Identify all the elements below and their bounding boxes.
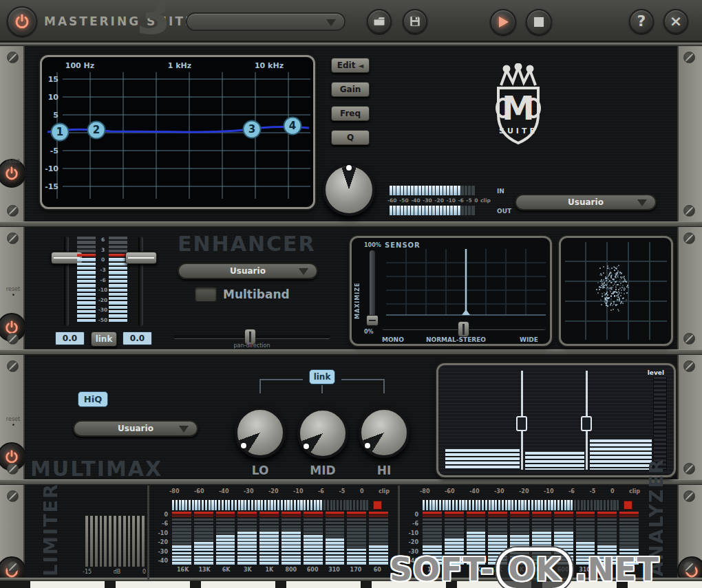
multiband-checkbox[interactable] [195, 287, 217, 302]
goniometer-dot [609, 287, 610, 289]
hiq-button[interactable]: HiQ [78, 391, 108, 407]
limiter-bar [114, 516, 116, 567]
led-segment [346, 500, 348, 510]
spectrum-segment [304, 562, 323, 565]
eq-gain-label: 10 [48, 93, 59, 102]
eq-q-button[interactable]: Q [331, 130, 370, 145]
meter-segment [109, 241, 127, 243]
spectrum-segment [304, 538, 323, 541]
eq-gain-button[interactable]: Gain [331, 82, 370, 97]
spectrum-segment [467, 528, 486, 531]
screw [7, 52, 19, 63]
clip-indicator [373, 501, 382, 510]
spectrum-segment [576, 525, 595, 528]
limiter-bar [109, 516, 111, 567]
spectrum-segment [347, 558, 366, 561]
enhancer-left-value[interactable]: 0.0 [55, 331, 85, 345]
spectrum-segment [237, 542, 257, 545]
meter-segment [109, 306, 127, 309]
play-button[interactable] [490, 9, 516, 35]
spectrum-segment [216, 545, 235, 548]
enhancer-scale-label: 6 [101, 237, 105, 243]
crossover-divider-mid-hi[interactable] [586, 371, 588, 470]
spectrum-segment [369, 515, 388, 518]
maximize-slider-track[interactable] [370, 250, 375, 325]
led-segment [610, 500, 613, 510]
enhancer-link-button[interactable]: link [91, 331, 117, 347]
spectrum-segment [237, 522, 257, 525]
crossover-handle-mid-hi[interactable] [581, 416, 592, 431]
right-analyzer-top-scale: -80-60-40-30-20-10-6-50clip [420, 488, 640, 494]
spectrum-segment [532, 532, 551, 534]
spectrum-segment [194, 549, 213, 552]
eq-handle-3-label: 3 [248, 123, 255, 135]
enhancer-scale-label: -50 [98, 317, 108, 323]
hi-knob[interactable] [359, 407, 410, 458]
eq-preset-dropdown[interactable]: Usuario [515, 194, 657, 210]
meter-segment [77, 319, 96, 322]
reset-text[interactable]: reset [6, 416, 20, 422]
led-segment [581, 500, 583, 510]
led-segment [284, 500, 286, 510]
enhancer-preset-dropdown[interactable]: Usuario [178, 263, 318, 279]
help-button[interactable]: ? [629, 9, 654, 34]
crossover-divider-low-mid[interactable] [521, 371, 523, 470]
spectrum-segment [467, 538, 486, 541]
eq-freq-button[interactable]: Freq [331, 106, 370, 121]
reset-text[interactable]: reset [6, 158, 20, 164]
eq-graph[interactable]: 100 Hz 1 kHz 10 kHz 15 10 5 -5 -10 -15 1… [40, 55, 315, 209]
led-segment [472, 500, 474, 510]
close-button[interactable]: × [663, 9, 688, 34]
save-button[interactable] [403, 9, 427, 34]
enhancer-left-fader-track[interactable] [64, 237, 69, 326]
maximize-slider-handle[interactable] [366, 315, 379, 326]
goniometer-dot [610, 296, 612, 297]
master-power-button[interactable] [7, 6, 37, 36]
meter-scale-label: -10 [446, 197, 456, 204]
stop-button[interactable] [526, 9, 552, 35]
led-segment [317, 500, 319, 510]
crossover-handle-low-mid[interactable] [516, 416, 527, 431]
multimax-link-button[interactable]: link [309, 369, 335, 384]
enhancer-right-fader[interactable] [125, 252, 157, 264]
meter-segment [440, 186, 443, 195]
goniometer-dot [610, 272, 612, 274]
spectrum-segment [347, 528, 366, 531]
rack-separator [0, 349, 702, 355]
mid-knob[interactable] [297, 408, 348, 459]
goniometer-dot [606, 278, 607, 279]
led-segment [330, 500, 332, 510]
meter-scale-label: -30 [423, 197, 432, 204]
hi-band-level-bar [590, 439, 652, 470]
enhancer-scale-label: -30 [98, 307, 108, 313]
reset-text[interactable]: reset [6, 286, 20, 292]
global-preset-dropdown[interactable] [186, 12, 345, 31]
led-segment [436, 500, 438, 510]
spectrum-segment [216, 542, 235, 545]
goniometer-dot [621, 272, 622, 274]
lo-knob[interactable] [235, 407, 286, 458]
goniometer-dot [619, 279, 621, 281]
open-button[interactable] [367, 9, 392, 34]
spectrum-column [326, 512, 345, 565]
spectrum-segment [347, 532, 366, 534]
stereo-width-handle[interactable] [458, 321, 469, 337]
eq-master-knob[interactable] [323, 164, 375, 216]
goniometer-dot [617, 304, 618, 305]
eq-edit-button[interactable]: Edit ◄ [331, 58, 370, 73]
meter-segment [77, 297, 96, 300]
spectrum-segment [172, 538, 191, 541]
level-label: level [648, 369, 664, 376]
enhancer-right-value[interactable]: 0.0 [123, 331, 152, 345]
multimax-preset-dropdown[interactable]: Usuario [73, 420, 198, 437]
eq-freq-label: 100 Hz [65, 61, 94, 70]
led-segment [613, 500, 615, 510]
chevron-down-icon [179, 426, 189, 433]
spectrum-segment [172, 515, 191, 518]
enhancer-right-fader-track[interactable] [138, 237, 143, 326]
spectrum-segment [619, 525, 639, 528]
meter-segment [109, 301, 127, 304]
screw [683, 463, 695, 475]
led-segment [320, 500, 322, 510]
spectrum-segment [532, 519, 551, 521]
